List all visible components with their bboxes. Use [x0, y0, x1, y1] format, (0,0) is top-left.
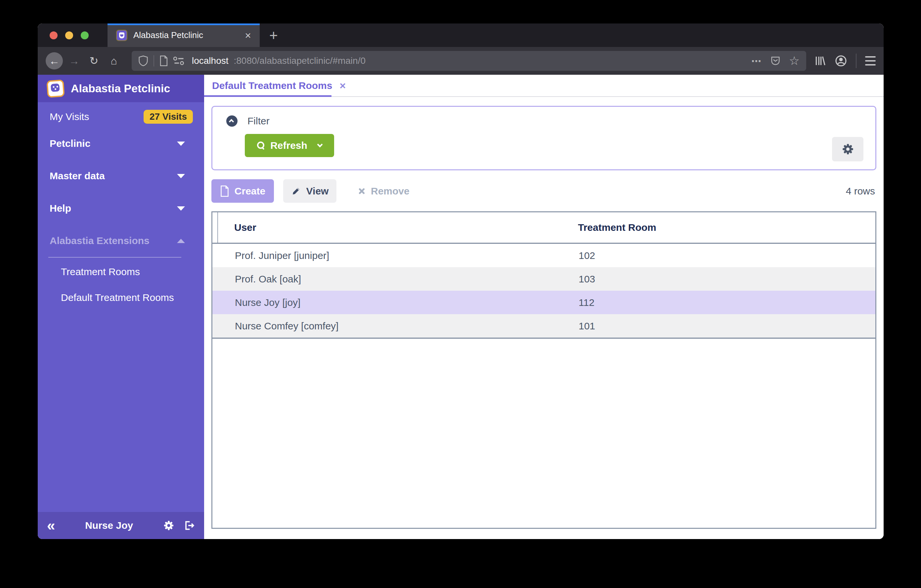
screen-body: Filter Refresh: [204, 97, 884, 539]
remove-x-icon: [358, 187, 366, 195]
screen-tabbar: Default Treatment Rooms ×: [204, 75, 884, 97]
sidebar-header: Alabastia Petclinic: [38, 75, 204, 102]
zoom-window-button[interactable]: [81, 31, 89, 39]
cell-user: Prof. Oak [oak]: [212, 273, 579, 285]
browser-toolbar: ← → ↻ ⌂ localhost:8080/alabastiapetclini…: [38, 47, 884, 75]
close-window-button[interactable]: [50, 31, 57, 39]
app-content: Alabastia Petclinic My Visits 27 Visits …: [38, 75, 884, 539]
filter-panel: Filter Refresh: [212, 106, 876, 170]
column-header-user[interactable]: User: [218, 222, 578, 233]
page-actions-icon[interactable]: ⋯: [751, 55, 762, 67]
table-row[interactable]: Prof. Oak [oak] 103: [212, 267, 875, 291]
toolbar-divider: [856, 54, 856, 68]
alabastia-extensions-label: Alabastia Extensions: [50, 235, 150, 246]
current-user-label: Nurse Joy: [64, 520, 154, 531]
table-row[interactable]: Nurse Comfey [comfey] 101: [212, 314, 875, 338]
library-icon[interactable]: [814, 55, 826, 67]
filter-collapse-icon[interactable]: [226, 115, 238, 127]
table-body: Prof. Juniper [juniper] 102 Prof. Oak [o…: [212, 244, 875, 339]
sidebar-divider: [48, 257, 181, 258]
toolbar-right-cluster: [814, 54, 876, 68]
filter-label: Filter: [247, 115, 270, 127]
chevron-down-icon: [177, 174, 185, 178]
document-icon: [220, 185, 229, 197]
tracking-shield-icon[interactable]: [138, 55, 148, 66]
chevron-down-icon: [177, 206, 185, 211]
chevron-up-icon: [177, 239, 185, 243]
create-button[interactable]: Create: [212, 179, 274, 203]
cell-treatment-room: 102: [579, 250, 875, 261]
screen-tab-default-treatment-rooms[interactable]: Default Treatment Rooms ×: [204, 75, 332, 96]
home-icon[interactable]: ⌂: [105, 52, 122, 70]
reload-icon[interactable]: ↻: [85, 52, 103, 70]
sidebar-footer: « Nurse Joy: [38, 512, 204, 539]
cell-user: Nurse Comfey [comfey]: [212, 320, 579, 332]
petclinic-label: Petclinic: [50, 138, 90, 149]
logout-icon[interactable]: [184, 520, 195, 531]
cell-treatment-room: 101: [579, 320, 875, 332]
sidebar-item-help[interactable]: Help: [38, 192, 204, 224]
app-logo-icon: [46, 80, 65, 98]
address-bar[interactable]: localhost:8080/alabastiapetclinic/#main/…: [132, 51, 806, 71]
app-title: Alabastia Petclinic: [71, 82, 170, 95]
refresh-label: Refresh: [270, 140, 308, 151]
pocket-icon[interactable]: [770, 56, 780, 66]
treatment-rooms-table: User Treatment Room Prof. Juniper [junip…: [212, 211, 876, 529]
forward-icon[interactable]: →: [65, 52, 83, 70]
cell-treatment-room: 103: [579, 273, 875, 285]
sidebar: Alabastia Petclinic My Visits 27 Visits …: [38, 75, 204, 539]
cell-user: Nurse Joy [joy]: [212, 297, 579, 308]
collapse-sidebar-icon[interactable]: «: [47, 518, 55, 533]
url-host: localhost: [192, 55, 229, 66]
browser-tab[interactable]: Alabastia Petclinic ×: [107, 23, 260, 47]
tab-favicon-icon: [116, 30, 127, 41]
visits-count-badge: 27 Visits: [143, 110, 193, 124]
chevron-down-icon: [177, 141, 185, 146]
sidebar-item-petclinic[interactable]: Petclinic: [38, 127, 204, 160]
urlbar-divider: [153, 55, 154, 67]
treatment-rooms-label: Treatment Rooms: [61, 266, 140, 278]
permissions-icon[interactable]: [173, 56, 185, 65]
tab-close-icon[interactable]: ×: [245, 30, 251, 41]
master-data-label: Master data: [50, 170, 105, 182]
remove-label: Remove: [371, 185, 410, 197]
settings-gear-icon[interactable]: [163, 520, 174, 531]
sidebar-item-master-data[interactable]: Master data: [38, 160, 204, 192]
desktop-background: Alabastia Petclinic × + ← → ↻ ⌂: [0, 0, 921, 588]
sidebar-item-my-visits[interactable]: My Visits 27 Visits: [38, 106, 204, 127]
search-icon: [257, 141, 265, 149]
table-row-selected[interactable]: Nurse Joy [joy] 112: [212, 291, 875, 314]
browser-window: Alabastia Petclinic × + ← → ↻ ⌂: [38, 23, 884, 539]
pencil-icon: [291, 186, 301, 196]
table-spacer-column: [212, 212, 218, 243]
view-label: View: [306, 185, 329, 197]
table-header-row: User Treatment Room: [212, 212, 875, 244]
cell-user: Prof. Juniper [juniper]: [212, 250, 579, 261]
column-header-treatment-room[interactable]: Treatment Room: [578, 222, 875, 233]
my-visits-label: My Visits: [50, 111, 89, 122]
tab-title: Alabastia Petclinic: [133, 30, 203, 41]
back-icon[interactable]: ←: [46, 52, 63, 70]
view-button[interactable]: View: [283, 179, 337, 203]
window-controls: [50, 23, 89, 47]
table-row[interactable]: Prof. Juniper [juniper] 102: [212, 244, 875, 267]
filter-settings-button[interactable]: [832, 137, 864, 161]
page-info-icon[interactable]: [159, 55, 168, 66]
cell-treatment-room: 112: [579, 297, 875, 308]
sidebar-item-treatment-rooms[interactable]: Treatment Rooms: [38, 260, 204, 283]
minimize-window-button[interactable]: [65, 31, 73, 39]
menu-icon[interactable]: [865, 56, 876, 65]
sidebar-item-alabastia-extensions[interactable]: Alabastia Extensions: [38, 224, 204, 257]
default-treatment-rooms-label: Default Treatment Rooms: [61, 292, 174, 303]
screen-tab-label: Default Treatment Rooms: [212, 80, 332, 91]
url-path: :8080/alabastiapetclinic/#main/0: [234, 55, 366, 66]
refresh-button[interactable]: Refresh: [245, 134, 334, 157]
screen-tab-close-icon[interactable]: ×: [339, 80, 346, 91]
help-label: Help: [50, 203, 71, 214]
remove-button[interactable]: Remove: [358, 179, 410, 203]
account-icon[interactable]: [835, 55, 847, 67]
new-tab-button[interactable]: +: [269, 23, 278, 47]
bookmark-star-icon[interactable]: ☆: [789, 54, 800, 68]
create-label: Create: [234, 185, 265, 197]
sidebar-item-default-treatment-rooms[interactable]: Default Treatment Rooms: [38, 286, 204, 309]
